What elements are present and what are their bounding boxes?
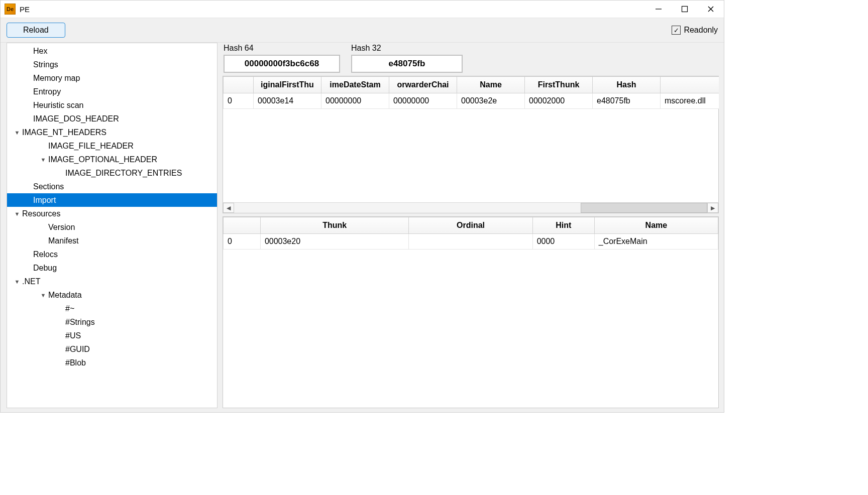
table-cell: e48075fb xyxy=(593,93,661,109)
table-cell: 00003e20 xyxy=(260,234,409,250)
tree-item[interactable]: ▼IMAGE_OPTIONAL_HEADER xyxy=(7,153,217,166)
imports-grid[interactable]: iginalFirstThuimeDateStamorwarderChaiNam… xyxy=(223,76,719,213)
table-cell: 0 xyxy=(224,93,254,109)
tree-item[interactable]: Sections xyxy=(7,180,217,193)
tree-item[interactable]: ▼Resources xyxy=(7,207,217,220)
hash64-field[interactable]: 00000000f3bc6c68 xyxy=(224,55,340,73)
hash32-block: Hash 32 e48075fb xyxy=(351,44,463,73)
maximize-icon xyxy=(681,6,688,13)
chevron-down-icon[interactable]: ▼ xyxy=(38,157,48,163)
app-icon: De xyxy=(5,4,16,15)
tree-item-label: IMAGE_NT_HEADERS xyxy=(22,128,106,137)
column-header[interactable] xyxy=(224,217,261,234)
tree-item[interactable]: Heuristic scan xyxy=(7,98,217,112)
window: De PE Reload ✓ Readonly HexStringsMemory… xyxy=(0,0,724,413)
minimize-button[interactable] xyxy=(645,1,672,18)
tree-item[interactable]: #US xyxy=(7,329,217,342)
chevron-down-icon[interactable]: ▼ xyxy=(38,292,48,298)
tree-item[interactable]: Relocs xyxy=(7,247,217,261)
tree-item[interactable]: #GUID xyxy=(7,342,217,356)
table-cell: 00003e14 xyxy=(254,93,321,109)
tree-item-label: Heuristic scan xyxy=(33,101,83,110)
scroll-thumb[interactable] xyxy=(581,203,707,213)
tree-item[interactable]: Entropy xyxy=(7,85,217,98)
table-cell: 00000000 xyxy=(321,93,389,109)
tree-item[interactable]: Hex xyxy=(7,44,217,58)
column-header[interactable] xyxy=(224,77,254,93)
tree-item-label: Manifest xyxy=(48,236,78,245)
chevron-down-icon[interactable]: ▼ xyxy=(12,279,22,285)
tree-item-label: #Blob xyxy=(65,358,86,367)
tree: HexStringsMemory mapEntropyHeuristic sca… xyxy=(7,43,217,370)
minimize-icon xyxy=(655,6,662,13)
maximize-button[interactable] xyxy=(672,1,698,18)
column-header[interactable]: Name xyxy=(457,77,525,93)
column-header[interactable]: orwarderChai xyxy=(389,77,457,93)
tree-item-label: IMAGE_FILE_HEADER xyxy=(48,142,134,151)
thunks-table: ThunkOrdinalHintName000003e200000_CorExe… xyxy=(223,217,718,250)
tree-item[interactable]: IMAGE_FILE_HEADER xyxy=(7,139,217,153)
column-header[interactable]: Hint xyxy=(532,217,594,234)
column-header[interactable]: Name xyxy=(594,217,718,234)
tree-item-label: #Strings xyxy=(65,318,95,327)
column-header[interactable]: Thunk xyxy=(260,217,409,234)
table-cell: mscoree.dll xyxy=(661,93,719,109)
tree-item-label: Hex xyxy=(33,47,47,56)
table-cell: 0 xyxy=(224,234,261,250)
tree-item[interactable]: Import xyxy=(7,193,217,207)
reload-button[interactable]: Reload xyxy=(7,23,65,38)
hash64-label: Hash 64 xyxy=(224,44,340,53)
tree-item-label: Entropy xyxy=(33,87,61,96)
tree-item[interactable]: ▼.NET xyxy=(7,275,217,288)
tree-item-label: Metadata xyxy=(48,291,82,300)
titlebar: De PE xyxy=(1,1,724,18)
column-header[interactable]: Ordinal xyxy=(409,217,532,234)
main-area: HexStringsMemory mapEntropyHeuristic sca… xyxy=(1,43,724,412)
table-row[interactable]: 000003e14000000000000000000003e2e0000200… xyxy=(224,93,719,109)
table-cell: _CorExeMain xyxy=(594,234,718,250)
hash-row: Hash 64 00000000f3bc6c68 Hash 32 e48075f… xyxy=(223,43,719,73)
right-panel: Hash 64 00000000f3bc6c68 Hash 32 e48075f… xyxy=(223,43,719,408)
window-title: PE xyxy=(20,5,30,14)
tree-item-label: IMAGE_DIRECTORY_ENTRIES xyxy=(65,169,182,178)
scroll-right-icon[interactable]: ▶ xyxy=(707,203,718,213)
tree-item-label: IMAGE_OPTIONAL_HEADER xyxy=(48,155,157,164)
tree-item-label: Resources xyxy=(22,209,60,218)
tree-item[interactable]: Debug xyxy=(7,261,217,275)
tree-item-label: Strings xyxy=(33,60,58,69)
column-header[interactable]: imeDateStam xyxy=(321,77,389,93)
tree-panel[interactable]: HexStringsMemory mapEntropyHeuristic sca… xyxy=(7,43,218,408)
tree-item[interactable]: IMAGE_DIRECTORY_ENTRIES xyxy=(7,166,217,180)
scroll-left-icon[interactable]: ◀ xyxy=(223,203,234,213)
column-header[interactable]: Hash xyxy=(593,77,661,93)
column-header[interactable]: iginalFirstThu xyxy=(254,77,321,93)
tree-item[interactable]: Version xyxy=(7,220,217,234)
tree-item[interactable]: IMAGE_DOS_HEADER xyxy=(7,112,217,126)
tree-item-label: Import xyxy=(33,196,56,205)
imports-h-scrollbar[interactable]: ◀ ▶ xyxy=(223,202,718,213)
tree-item-label: Version xyxy=(48,223,75,232)
readonly-checkbox[interactable]: ✓ Readonly xyxy=(672,26,718,35)
column-header[interactable]: FirstThunk xyxy=(525,77,593,93)
hash32-label: Hash 32 xyxy=(351,44,463,53)
tree-item[interactable]: Manifest xyxy=(7,234,217,247)
hash32-field[interactable]: e48075fb xyxy=(351,55,463,73)
tree-item[interactable]: ▼Metadata xyxy=(7,288,217,302)
tree-item[interactable]: #Strings xyxy=(7,315,217,329)
tree-item[interactable]: #Blob xyxy=(7,356,217,369)
tree-item[interactable]: Memory map xyxy=(7,71,217,85)
table-row[interactable]: 000003e200000_CorExeMain xyxy=(224,234,718,250)
tree-item-label: .NET xyxy=(22,277,40,286)
chevron-down-icon[interactable]: ▼ xyxy=(12,211,22,217)
tree-item[interactable]: ▼IMAGE_NT_HEADERS xyxy=(7,126,217,139)
tree-item[interactable]: Strings xyxy=(7,58,217,71)
table-cell: 0000 xyxy=(532,234,594,250)
column-header[interactable] xyxy=(661,77,719,93)
tree-item[interactable]: #~ xyxy=(7,302,217,315)
close-button[interactable] xyxy=(698,1,724,18)
chevron-down-icon[interactable]: ▼ xyxy=(12,130,22,136)
thunks-grid[interactable]: ThunkOrdinalHintName000003e200000_CorExe… xyxy=(223,216,719,408)
tree-item-label: Memory map xyxy=(33,74,80,83)
hash64-block: Hash 64 00000000f3bc6c68 xyxy=(224,44,340,73)
tree-item-label: #~ xyxy=(65,304,74,313)
